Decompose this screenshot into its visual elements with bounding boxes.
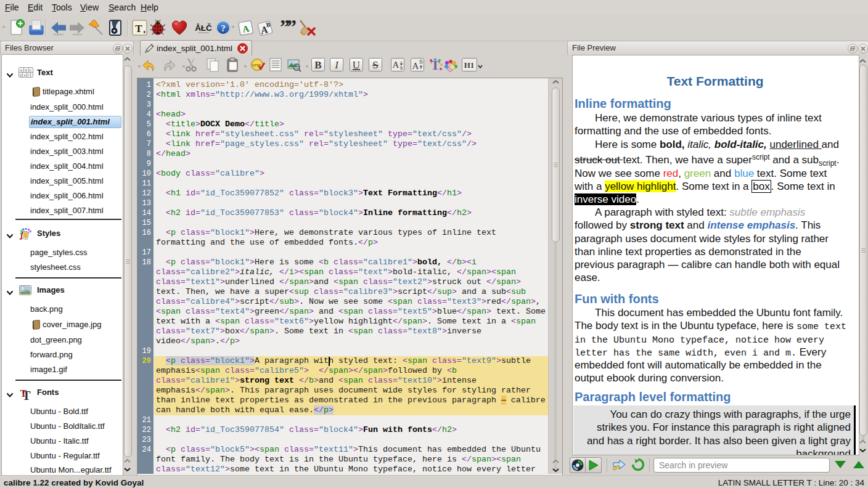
svg-text:T: T — [135, 23, 142, 35]
svg-text:U: U — [353, 59, 360, 71]
svg-text:A: A — [393, 60, 399, 70]
svg-text:d: d — [20, 73, 22, 77]
svg-text:a: a — [20, 68, 22, 72]
svg-text:””: ”” — [280, 18, 296, 37]
svg-text:s: s — [400, 65, 403, 71]
svg-text:A: A — [412, 61, 419, 71]
svg-text:B: B — [314, 59, 321, 71]
svg-text:ÅŁČ: ÅŁČ — [195, 23, 212, 33]
svg-text:e: e — [24, 73, 26, 77]
svg-text:b: b — [25, 68, 27, 72]
svg-text:HTML: HTML — [252, 63, 262, 67]
svg-text:T: T — [22, 389, 31, 402]
svg-text:?: ? — [221, 23, 226, 33]
svg-text:H1: H1 — [464, 60, 475, 70]
svg-text:S: S — [372, 59, 378, 71]
svg-text:S: S — [419, 59, 423, 65]
